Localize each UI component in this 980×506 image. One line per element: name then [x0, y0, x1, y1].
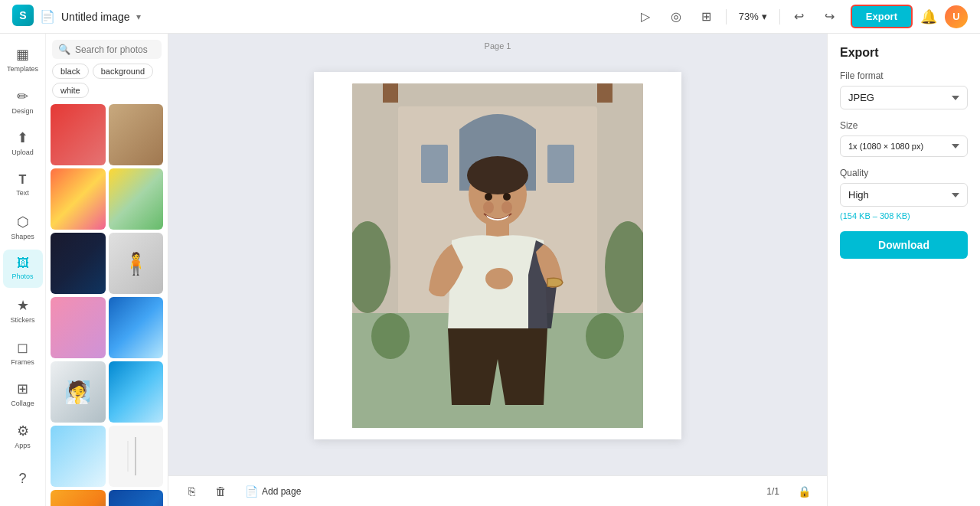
- sidebar-item-frames[interactable]: ◻ Frames: [3, 333, 43, 372]
- text-icon: T: [19, 173, 27, 187]
- shapes-icon: ⬡: [17, 214, 29, 230]
- quality-field: Quality High Medium Low (154 KB – 308 KB…: [840, 168, 968, 220]
- sidebar-item-design[interactable]: ✏ Design: [3, 82, 43, 121]
- export-panel: Export File format JPEG PNG PDF SVG Size…: [827, 34, 980, 506]
- page-counter: 1/1: [766, 486, 779, 497]
- export-panel-title: Export: [840, 46, 968, 60]
- filter-tag-white[interactable]: white: [52, 83, 89, 98]
- delete-page-button[interactable]: 🗑: [210, 481, 231, 502]
- sidebar-item-templates[interactable]: ▦ Templates: [3, 40, 43, 79]
- svg-rect-4: [421, 145, 448, 183]
- svg-rect-8: [383, 83, 398, 103]
- photo-thumb-5[interactable]: [51, 233, 106, 294]
- sidebar-item-photos[interactable]: 🖼 Photos: [3, 250, 43, 289]
- svg-rect-10: [597, 83, 612, 103]
- zoom-value: 73%: [739, 11, 759, 22]
- search-wrap: 🔍: [52, 40, 162, 59]
- sidebar-label-design: Design: [11, 107, 33, 115]
- svg-point-7: [371, 313, 410, 359]
- copy-page-button[interactable]: ⎘: [181, 481, 202, 502]
- sidebar-label-stickers: Stickers: [10, 316, 34, 324]
- redo-button[interactable]: ↪: [818, 5, 841, 28]
- photo-thumb-14[interactable]: [109, 490, 164, 506]
- photo-thumb-1[interactable]: [51, 104, 106, 165]
- size-select[interactable]: 1x (1080 × 1080 px) 2x (2160 × 2160 px) …: [840, 135, 968, 157]
- photo-thumb-9[interactable]: 🧖: [51, 361, 106, 423]
- canvas-area: Page 1: [168, 34, 827, 475]
- layout-tool-button[interactable]: ⊞: [695, 5, 718, 28]
- sidebar-label-photos: Photos: [11, 273, 33, 280]
- user-avatar[interactable]: U: [945, 5, 968, 28]
- document-icon: 📄: [40, 9, 55, 24]
- sidebar-label-frames: Frames: [11, 358, 34, 366]
- sidebar-label-text: Text: [16, 189, 29, 197]
- upload-icon: ⬆: [17, 129, 28, 146]
- photo-thumb-11[interactable]: [51, 426, 106, 487]
- document-title[interactable]: Untitled image: [61, 11, 130, 23]
- photo-thumb-6[interactable]: 🧍: [109, 233, 164, 294]
- svg-rect-5: [547, 145, 574, 183]
- add-page-icon: 📄: [245, 485, 258, 498]
- photo-thumb-3[interactable]: [51, 168, 106, 230]
- photo-thumb-12[interactable]: [109, 426, 164, 487]
- canvas-main-image[interactable]: [352, 83, 643, 428]
- file-format-select[interactable]: JPEG PNG PDF SVG: [840, 86, 968, 109]
- search-input[interactable]: [75, 44, 155, 55]
- sidebar-item-stickers[interactable]: ★ Stickers: [3, 291, 43, 330]
- size-field: Size 1x (1080 × 1080 px) 2x (2160 × 2160…: [840, 120, 968, 157]
- zoom-chevron-icon: ▾: [762, 11, 767, 22]
- svg-point-9: [586, 313, 624, 359]
- svg-point-19: [485, 193, 492, 201]
- svg-point-18: [501, 201, 512, 214]
- topbar-center-tools: ▷ ◎ ⊞ 73% ▾ ↩ ↪: [634, 5, 841, 28]
- stickers-icon: ★: [17, 297, 29, 314]
- quality-select[interactable]: High Medium Low: [840, 183, 968, 207]
- search-icon: 🔍: [58, 44, 70, 55]
- cursor-tool-button[interactable]: ▷: [634, 5, 657, 28]
- toolbar-divider: [726, 9, 727, 24]
- title-chevron-icon[interactable]: ▾: [136, 11, 141, 22]
- download-button[interactable]: Download: [840, 231, 968, 259]
- export-button[interactable]: Export: [851, 5, 913, 28]
- photo-thumb-8[interactable]: [109, 297, 164, 358]
- sidebar-item-text[interactable]: T Text: [3, 165, 43, 204]
- sidebar: ▦ Templates ✏ Design ⬆ Upload T Text ⬡: [0, 34, 168, 506]
- notification-icon[interactable]: 🔔: [920, 8, 937, 25]
- svg-point-14: [467, 156, 528, 194]
- sidebar-item-upload[interactable]: ⬆ Upload: [3, 123, 43, 162]
- filter-tag-background[interactable]: background: [93, 64, 154, 79]
- photos-icon: 🖼: [17, 256, 29, 270]
- zoom-control[interactable]: 73% ▾: [734, 8, 772, 25]
- collage-icon: ⊞: [17, 380, 28, 397]
- lock-button[interactable]: 🔒: [793, 481, 815, 502]
- photo-thumb-13[interactable]: [51, 490, 106, 506]
- photo-thumb-10[interactable]: [109, 361, 164, 423]
- add-page-button[interactable]: 📄 Add page: [239, 482, 307, 501]
- photo-thumb-4[interactable]: [109, 168, 164, 230]
- sidebar-label-shapes: Shapes: [11, 233, 34, 240]
- sidebar-item-help[interactable]: ?: [3, 459, 43, 498]
- add-page-label: Add page: [262, 486, 301, 497]
- photo-thumb-7[interactable]: [51, 297, 106, 358]
- apps-icon: ⚙: [17, 423, 29, 439]
- magic-tool-button[interactable]: ◎: [665, 5, 688, 28]
- undo-button[interactable]: ↩: [788, 5, 811, 28]
- quality-note: (154 KB – 308 KB): [840, 211, 968, 220]
- sidebar-item-shapes[interactable]: ⬡ Shapes: [3, 207, 43, 246]
- sidebar-label-upload: Upload: [11, 149, 34, 156]
- sidebar-item-collage[interactable]: ⊞ Collage: [3, 375, 43, 414]
- help-icon: ?: [18, 471, 26, 487]
- topbar-left: S 📄 Untitled image ▾: [12, 5, 625, 29]
- sidebar-label-collage: Collage: [11, 400, 34, 407]
- file-format-label: File format: [840, 70, 968, 81]
- sidebar-item-apps[interactable]: ⚙ Apps: [3, 416, 43, 455]
- photo-thumb-2[interactable]: [109, 104, 164, 165]
- filter-tags: black background white: [46, 64, 168, 104]
- search-bar: 🔍: [46, 34, 168, 64]
- size-label: Size: [840, 120, 968, 131]
- page-label: Page 1: [485, 41, 511, 51]
- filter-tag-black[interactable]: black: [52, 64, 89, 79]
- topbar-right: Export 🔔 U: [851, 5, 968, 28]
- topbar: S 📄 Untitled image ▾ ▷ ◎ ⊞ 73% ▾ ↩ ↪ Exp…: [0, 0, 980, 34]
- svg-point-16: [485, 268, 513, 289]
